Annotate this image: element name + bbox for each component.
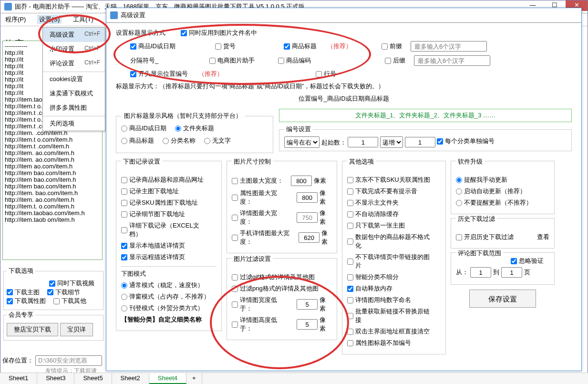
cb-f4[interactable]: 详情图高度低于： xyxy=(232,316,289,333)
save-path-input[interactable] xyxy=(35,355,102,366)
in-s3[interactable] xyxy=(297,212,318,223)
cb-o6[interactable]: 数据包中的商品标题不格式化 xyxy=(347,233,435,250)
rb-style-3[interactable]: 商品标题 xyxy=(121,136,154,145)
cb-detail[interactable]: 下载细节 xyxy=(47,288,80,297)
cb-rec2[interactable]: 记录主图下载地址 xyxy=(121,187,179,196)
cb-o11[interactable]: 批量获取新链接不替换原链接 xyxy=(347,307,435,324)
cb-s2[interactable]: 属性图最大宽度： xyxy=(232,189,289,206)
rb-u2[interactable]: 启动自动更新（推荐） xyxy=(456,187,526,196)
cb-o4[interactable]: 不自动清除缓存 xyxy=(347,210,399,218)
comment-to[interactable] xyxy=(501,267,522,278)
cb-o10[interactable]: 详情图用纯数字命名 xyxy=(347,296,411,304)
tab-sheet3[interactable]: Sheet3 xyxy=(37,373,74,384)
tab-sheet2[interactable]: Sheet2 xyxy=(112,373,149,384)
rb-u1[interactable]: 提醒我手动更新 xyxy=(456,176,507,184)
mi-multi[interactable]: 拼多多属性图 xyxy=(43,101,105,115)
step-input[interactable] xyxy=(405,137,435,147)
cb-main-img[interactable]: 下载主图 xyxy=(7,288,40,297)
cb-rec3[interactable]: 记录SKU属性图下载地址 xyxy=(121,198,198,207)
cb-apply-filename[interactable]: 同时应用到图片文件名中 xyxy=(181,29,257,37)
number-mode-select[interactable]: 递增 xyxy=(380,136,403,148)
sheet-tabs: Sheet1 Sheet3 Sheet5 Sheet2 Sheet4 + xyxy=(0,373,588,384)
cb-attr-img[interactable]: 下载属性图 xyxy=(7,297,46,305)
other-legend: 其他选项 xyxy=(347,157,376,166)
cb-rec7[interactable]: 显示远程描述详情页 xyxy=(121,253,185,261)
tab-sheet4[interactable]: Sheet4 xyxy=(149,373,186,384)
mi-watermark[interactable]: 水印设置Ctrl+F xyxy=(43,42,105,56)
cb-other[interactable]: 下载其他 xyxy=(53,297,86,305)
mi-adv-settings[interactable]: 高级设置Ctrl+F xyxy=(43,28,105,42)
cb-history[interactable]: 开启历史下载过滤 xyxy=(456,233,514,241)
rb-mode1[interactable]: 通常模式（稳定，速度快） xyxy=(121,281,204,290)
cb-f1[interactable]: 过滤gif格式的详情及其他图 xyxy=(232,273,315,281)
cb-s1[interactable]: 主图最大宽度： xyxy=(232,176,283,185)
prefix-input[interactable] xyxy=(411,41,487,52)
in-f4[interactable] xyxy=(297,319,318,330)
cb-each-cat[interactable]: 每个分类单独编号 xyxy=(437,137,495,145)
cb-sku[interactable]: 货号 xyxy=(215,42,275,51)
cb-rec4[interactable]: 记录细节图下载地址 xyxy=(121,210,185,218)
cb-o1[interactable]: 京东不下载SKU关联属性图 xyxy=(347,176,430,184)
number-setting-legend: 编号设置 xyxy=(284,125,313,134)
member-section: 会员专享 整店宝贝下载 宝贝详 xyxy=(3,311,103,341)
cb-o2[interactable]: 下载完成不要有提示音 xyxy=(347,187,417,196)
mi-comments[interactable]: 评论设置Ctrl+F xyxy=(43,56,105,71)
cb-pos-no[interactable]: 开头显示位置编号 xyxy=(130,70,188,78)
cb-rec6[interactable]: 显示本地描述详情页 xyxy=(121,241,185,250)
smart-cat: 【智能分类】自定义细类名称 xyxy=(121,315,217,324)
in-f3[interactable] xyxy=(297,299,318,310)
in-s1[interactable] xyxy=(291,176,312,186)
cb-product-id[interactable]: 商品ID或日期 xyxy=(130,42,206,51)
mi-close[interactable]: 关闭选项 xyxy=(43,116,105,131)
cb-o13[interactable]: 属性图标题不加编号 xyxy=(347,339,411,347)
rb-mode2[interactable]: 弹窗模式（占内存，不推荐） xyxy=(121,292,210,301)
rb-style-5[interactable]: 无文字 xyxy=(204,136,231,145)
rb-style-1[interactable]: 商品ID或日期 xyxy=(121,124,166,133)
cb-product-title[interactable]: 商品标题 xyxy=(284,42,317,51)
cb-suffix[interactable]: 后缀 xyxy=(385,56,405,65)
tab-add[interactable]: + xyxy=(186,373,202,384)
cb-o9[interactable]: 自动释放内存 xyxy=(347,284,392,293)
menu-tools[interactable]: 工具(T) xyxy=(73,16,93,23)
in-s2[interactable] xyxy=(297,192,318,203)
cb-simultaneous[interactable]: 同时下载视频 xyxy=(49,279,94,288)
mi-smt[interactable]: 速卖通下载模式 xyxy=(43,86,105,101)
save-settings-button[interactable]: 保存设置 xyxy=(469,290,536,308)
mi-cookies[interactable]: cookies设置 xyxy=(43,72,105,86)
suffix-input[interactable] xyxy=(414,55,490,66)
filter-legend: 图片过滤设置 xyxy=(232,255,273,263)
cb-line-no[interactable]: 行号 xyxy=(316,70,336,78)
menu-settings[interactable]: 设置(S) xyxy=(37,15,62,24)
start-input[interactable] xyxy=(348,137,378,147)
comment-from[interactable] xyxy=(470,267,491,278)
number-pos-select[interactable]: 编号在右 xyxy=(284,136,320,148)
btn-item-detail[interactable]: 宝贝详 xyxy=(60,323,93,336)
cb-o8[interactable]: 智能分类不细分 xyxy=(347,273,399,281)
rb-style-4[interactable]: 分类名称 xyxy=(163,136,196,145)
cb-ignore-verify[interactable]: 忽略验证 xyxy=(511,257,544,265)
cb-f2[interactable]: 过滤png格式的详情及其他图 xyxy=(232,284,319,293)
folder-preview: 文件夹标题_1、文件夹标题_2、文件夹标题_3 …… xyxy=(279,109,572,122)
cb-o7[interactable]: 不下载详情页中带链接的图片 xyxy=(347,253,435,270)
rb-u3[interactable]: 不要提醒更新（不推荐） xyxy=(456,198,532,207)
rb-style-2[interactable]: 文件夹标题 xyxy=(175,124,214,133)
cb-rec5[interactable]: 详细下载记录（EXCEL文档） xyxy=(121,221,211,239)
btn-whole-shop[interactable]: 整店宝贝下载 xyxy=(7,323,58,336)
cb-rec1[interactable]: 记录商品标题和原商品网址 xyxy=(121,176,204,184)
history-view[interactable]: 查看 xyxy=(537,233,549,241)
member-legend: 会员专享 xyxy=(7,311,35,319)
cb-code[interactable]: 商品编码 xyxy=(278,56,350,65)
rb-mode3[interactable]: 刊登模式（外贸分类方式） xyxy=(121,304,204,312)
cb-helper[interactable]: 电商图片助手 xyxy=(209,56,269,65)
tab-sheet5[interactable]: Sheet5 xyxy=(74,373,112,384)
menu-program[interactable]: 程序(P) xyxy=(5,16,26,23)
cb-s3[interactable]: 详情图最大宽度： xyxy=(232,209,289,226)
cb-f3[interactable]: 详情图宽度低于： xyxy=(232,296,289,313)
in-s4[interactable] xyxy=(299,232,320,243)
cb-o5[interactable]: 只下载第一张主图 xyxy=(347,221,405,230)
tab-sheet1[interactable]: Sheet1 xyxy=(0,373,37,384)
cb-o12[interactable]: 双击主界面地址框直接清空 xyxy=(347,327,430,336)
cb-prefix[interactable]: 前缀 xyxy=(382,42,402,51)
cb-s4[interactable]: 手机详情图最大宽度： xyxy=(232,229,291,246)
cb-o3[interactable]: 不显示主文件夹 xyxy=(347,198,399,207)
